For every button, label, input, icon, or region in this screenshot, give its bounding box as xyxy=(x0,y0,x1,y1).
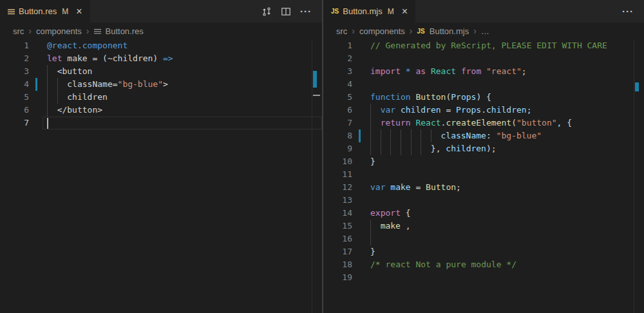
code-line[interactable]: 13 xyxy=(323,194,644,207)
code-token xyxy=(481,65,486,78)
code-token: = xyxy=(411,181,426,194)
code-line[interactable]: 12var make = Button; xyxy=(323,181,644,194)
code-line[interactable]: 16 xyxy=(323,232,644,245)
code-line[interactable]: 17} xyxy=(323,245,644,258)
code-line[interactable]: 9}, children); xyxy=(323,142,644,155)
code-line[interactable]: 2 xyxy=(323,52,644,65)
code-token: make xyxy=(390,181,410,194)
code-editor-javascript[interactable]: 1// Generated by ReScript, PLEASE EDIT W… xyxy=(323,39,644,313)
code-line[interactable]: 7return React.createElement("button", { xyxy=(323,117,644,129)
code-line[interactable]: 14export { xyxy=(323,207,644,220)
line-number[interactable]: 2 xyxy=(323,52,352,65)
split-editor-icon[interactable] xyxy=(281,6,291,17)
more-actions-icon[interactable]: ··· xyxy=(622,8,634,15)
line-number[interactable]: 11 xyxy=(323,168,352,181)
code-line[interactable]: 7 xyxy=(0,117,322,129)
line-number[interactable]: 6 xyxy=(0,104,29,117)
code-token: // Generated by ReScript, PLEASE EDIT WI… xyxy=(370,39,607,52)
compare-changes-icon[interactable] xyxy=(261,6,272,17)
indent-guide xyxy=(370,129,381,142)
indent-guide xyxy=(370,104,381,117)
code-line[interactable]: 11 xyxy=(323,168,644,181)
line-number[interactable]: 4 xyxy=(323,78,352,91)
tab-title: Button.mjs xyxy=(343,6,382,16)
breadcrumb-symbol-ellipsis[interactable]: … xyxy=(481,26,489,36)
breadcrumb-folder[interactable]: components xyxy=(359,26,405,36)
breadcrumb-folder[interactable]: components xyxy=(36,26,82,36)
editor-actions-right: ··· xyxy=(622,0,644,23)
overview-ruler[interactable] xyxy=(312,39,322,313)
line-number[interactable]: 7 xyxy=(0,117,29,129)
breadcrumb-file[interactable]: Button.res xyxy=(106,26,144,36)
code-line[interactable]: 5children xyxy=(0,91,322,104)
line-number[interactable]: 9 xyxy=(323,142,352,155)
tab-button-res[interactable]: Button.res M × xyxy=(0,0,90,23)
code-token: Button xyxy=(415,91,446,104)
code-token: "react" xyxy=(486,65,522,78)
code-line[interactable]: 15make , xyxy=(323,220,644,232)
code-line[interactable]: 6</button> xyxy=(0,104,322,117)
line-number[interactable]: 7 xyxy=(323,117,352,129)
javascript-file-icon: JS xyxy=(331,8,339,15)
code-line[interactable]: 19 xyxy=(323,271,644,284)
code-token: Props xyxy=(451,91,476,104)
overview-ruler[interactable] xyxy=(634,39,644,313)
line-number[interactable]: 14 xyxy=(323,207,352,220)
line-number[interactable]: 15 xyxy=(323,220,352,232)
close-icon[interactable]: × xyxy=(402,6,408,17)
code-line-content xyxy=(352,78,370,91)
code-line[interactable]: 3import * as React from "react"; xyxy=(323,65,644,78)
code-token xyxy=(395,104,401,117)
line-number[interactable]: 17 xyxy=(323,245,352,258)
code-line-content: make , xyxy=(352,220,411,232)
code-line[interactable]: 10} xyxy=(323,155,644,168)
code-token: ; xyxy=(522,65,527,78)
code-token: function xyxy=(370,91,411,104)
breadcrumb-right: src › components › JS Button.mjs › … xyxy=(323,23,644,39)
line-number[interactable]: 1 xyxy=(323,39,352,52)
line-number[interactable]: 4 xyxy=(0,78,29,91)
code-token: ; xyxy=(456,181,461,194)
line-number[interactable]: 12 xyxy=(323,181,352,194)
tab-button-mjs[interactable]: JS Button.mjs M × xyxy=(323,0,415,23)
code-editor-rescript[interactable]: 1@react.component2let make = (~children)… xyxy=(0,39,322,313)
code-line-content: return React.createElement("button", { xyxy=(352,117,572,129)
code-line[interactable]: 18/* react Not a pure module */ xyxy=(323,258,644,271)
code-token: "bg-blue" xyxy=(497,129,542,142)
code-line-content xyxy=(352,52,370,65)
breadcrumb-folder[interactable]: src xyxy=(13,26,24,36)
git-modified-badge: M xyxy=(62,7,68,16)
line-number[interactable]: 13 xyxy=(323,194,352,207)
indent-guide xyxy=(431,129,441,142)
breadcrumb-file[interactable]: Button.mjs xyxy=(430,26,469,36)
code-token xyxy=(426,65,431,78)
close-icon[interactable]: × xyxy=(76,6,82,17)
line-number[interactable]: 10 xyxy=(323,155,352,168)
line-number[interactable]: 2 xyxy=(0,52,29,65)
code-line[interactable]: 4className="bg-blue"> xyxy=(0,78,322,91)
code-line[interactable]: 8className: "bg-blue" xyxy=(323,129,644,142)
line-number[interactable]: 5 xyxy=(323,91,352,104)
line-number[interactable]: 18 xyxy=(323,258,352,271)
code-token xyxy=(411,117,416,129)
code-line[interactable]: 6var children = Props.children; xyxy=(323,104,644,117)
code-line[interactable]: 1@react.component xyxy=(0,39,322,52)
code-lines: 1@react.component2let make = (~children)… xyxy=(0,39,322,129)
line-number[interactable]: 19 xyxy=(323,271,352,284)
code-line[interactable]: 5function Button(Props) { xyxy=(323,91,644,104)
code-line-content: children xyxy=(29,91,108,104)
line-number[interactable]: 6 xyxy=(323,104,352,117)
line-number[interactable]: 3 xyxy=(0,65,29,78)
line-number[interactable]: 1 xyxy=(0,39,29,52)
code-line[interactable]: 3<button xyxy=(0,65,322,78)
code-line-content xyxy=(352,194,370,207)
more-actions-icon[interactable]: ··· xyxy=(300,8,312,15)
line-number[interactable]: 3 xyxy=(323,65,352,78)
code-line[interactable]: 1// Generated by ReScript, PLEASE EDIT W… xyxy=(323,39,644,52)
line-number[interactable]: 8 xyxy=(323,129,352,142)
breadcrumb-folder[interactable]: src xyxy=(336,26,347,36)
line-number[interactable]: 16 xyxy=(323,232,352,245)
line-number[interactable]: 5 xyxy=(0,91,29,104)
code-line[interactable]: 2let make = (~children) => xyxy=(0,52,322,65)
code-line[interactable]: 4 xyxy=(323,78,644,91)
